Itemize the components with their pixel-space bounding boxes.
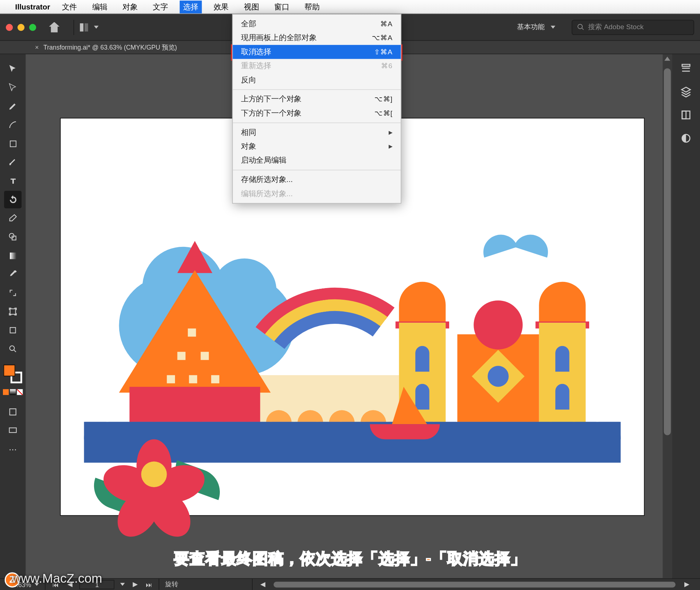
menu-item-select-all[interactable]: 全部 ⌘A	[233, 17, 401, 31]
artwork-illustration	[84, 200, 621, 504]
eraser-tool[interactable]	[4, 209, 22, 227]
macos-menubar: Illustrator 文件 编辑 对象 文字 选择 效果 视图 窗口 帮助	[0, 0, 700, 14]
gradient-tool[interactable]	[4, 247, 22, 264]
svg-rect-0	[10, 141, 16, 147]
scale-tool[interactable]	[4, 284, 22, 302]
free-transform-tool[interactable]	[4, 322, 22, 339]
curvature-tool[interactable]	[4, 116, 22, 133]
menu-item-save-selection[interactable]: 存储所选对象...	[233, 173, 401, 187]
screen-mode-icon[interactable]	[4, 422, 22, 439]
horizontal-scroll-area[interactable]: ◀ ▶	[253, 579, 696, 590]
current-tool-label: 旋转	[165, 580, 178, 589]
svg-point-6	[10, 346, 15, 350]
workspace-switcher[interactable]: 基本功能	[517, 22, 556, 32]
menu-file[interactable]: 文件	[58, 0, 81, 13]
menu-item-inverse[interactable]: 反向	[233, 73, 401, 87]
workspace-label: 基本功能	[517, 22, 545, 32]
close-window-button[interactable]	[6, 24, 13, 31]
scroll-left-icon[interactable]: ◀	[258, 580, 267, 588]
menu-item-deselect[interactable]: 取消选择 ⇧⌘A	[233, 45, 401, 59]
layers-panel-icon[interactable]	[678, 84, 694, 100]
scrollbar-thumb[interactable]	[664, 68, 671, 435]
current-tool-status[interactable]: 旋转	[159, 579, 253, 590]
menu-item-start-global-edit[interactable]: 启动全局编辑	[233, 154, 401, 167]
pen-tool[interactable]	[4, 97, 22, 115]
app-name[interactable]: Illustrator	[15, 2, 50, 11]
svg-rect-8	[9, 428, 16, 432]
last-artboard-icon[interactable]: ⏭	[145, 580, 153, 588]
type-tool[interactable]	[4, 172, 22, 190]
gradient-color-icon[interactable]	[10, 389, 16, 395]
svg-rect-7	[10, 409, 16, 415]
appearance-panel-icon[interactable]	[678, 130, 694, 147]
menu-item-next-below[interactable]: 下方的下一个对象 ⌥⌘[	[233, 106, 401, 120]
chevron-down-icon[interactable]	[120, 583, 125, 586]
shape-builder-tool[interactable]	[4, 228, 22, 246]
color-mode-strip[interactable]	[3, 389, 23, 395]
search-placeholder: 搜索 Adobe Stock	[588, 22, 644, 32]
tutorial-caption: 要查看最终图稿，依次选择「选择」-「取消选择」	[0, 548, 700, 569]
svg-rect-3	[9, 252, 16, 259]
zoom-tool[interactable]	[4, 340, 22, 358]
properties-panel-icon[interactable]	[678, 60, 694, 77]
rectangle-tool[interactable]	[4, 135, 22, 152]
menu-item-edit-selection: 编辑所选对象...	[233, 187, 401, 201]
menu-window[interactable]: 窗口	[271, 0, 293, 13]
fill-stroke-control[interactable]	[4, 365, 22, 383]
rotate-tool[interactable]	[4, 191, 22, 208]
watermark-text: www.MacZ.com	[12, 571, 102, 586]
eyedropper-tool[interactable]	[4, 265, 22, 283]
none-color-icon[interactable]	[17, 389, 23, 395]
menu-effect[interactable]: 效果	[210, 0, 232, 13]
chevron-down-icon[interactable]	[94, 26, 99, 28]
menu-item-reselect: 重新选择 ⌘6	[233, 59, 401, 73]
solid-color-icon[interactable]	[3, 389, 9, 395]
right-panel-strip	[672, 54, 700, 578]
menu-item-object[interactable]: 对象	[233, 139, 401, 153]
menu-help[interactable]: 帮助	[301, 0, 323, 13]
artboard-tool[interactable]	[4, 303, 22, 320]
menu-view[interactable]: 视图	[240, 0, 262, 13]
horizontal-scrollbar-thumb[interactable]	[274, 581, 676, 587]
window-controls	[6, 24, 36, 31]
arrange-documents-icon[interactable]	[80, 23, 88, 31]
selection-tool[interactable]	[4, 60, 22, 78]
svg-rect-4	[10, 309, 16, 314]
divider	[74, 20, 74, 35]
libraries-panel-icon[interactable]	[678, 107, 694, 123]
menu-select[interactable]: 选择	[180, 0, 202, 13]
svg-rect-10	[682, 111, 686, 119]
next-artboard-icon[interactable]: ▶	[131, 580, 139, 588]
paintbrush-tool[interactable]	[4, 154, 22, 171]
draw-mode-icon[interactable]	[4, 403, 22, 421]
fill-swatch[interactable]	[4, 365, 15, 376]
edit-toolbar-icon[interactable]: ⋯	[4, 440, 22, 458]
tools-panel: ⋯	[0, 54, 26, 578]
menu-edit[interactable]: 编辑	[89, 0, 111, 13]
minimize-window-button[interactable]	[18, 24, 24, 31]
vertical-scrollbar[interactable]	[663, 54, 672, 578]
fullscreen-window-button[interactable]	[29, 24, 36, 31]
search-input[interactable]: 搜索 Adobe Stock	[572, 20, 694, 35]
select-menu-dropdown: 全部 ⌘A 现用画板上的全部对象 ⌥⌘A 取消选择 ⇧⌘A 重新选择 ⌘6 反向…	[232, 14, 401, 203]
search-icon	[577, 23, 584, 31]
close-tab-icon[interactable]: ×	[35, 44, 39, 51]
status-bar: 63.63% ⏮ ◀ 1 ▶ ⏭ 旋转 ◀ ▶	[0, 578, 700, 590]
scroll-right-icon[interactable]: ▶	[682, 580, 691, 588]
home-icon[interactable]	[49, 22, 59, 32]
direct-selection-tool[interactable]	[4, 79, 22, 96]
chevron-down-icon	[551, 26, 555, 28]
menu-item-next-above[interactable]: 上方的下一个对象 ⌥⌘]	[233, 92, 401, 106]
menu-item-all-on-active-artboard[interactable]: 现用画板上的全部对象 ⌥⌘A	[233, 31, 401, 45]
menu-item-same[interactable]: 相同	[233, 125, 401, 139]
menu-type[interactable]: 文字	[149, 0, 172, 13]
svg-rect-5	[10, 327, 16, 333]
menu-object[interactable]: 对象	[119, 0, 141, 13]
document-tab-title[interactable]: Transforming.ai* @ 63.63% (CMYK/GPU 预览)	[43, 43, 177, 52]
scroll-up-icon[interactable]	[664, 57, 670, 61]
